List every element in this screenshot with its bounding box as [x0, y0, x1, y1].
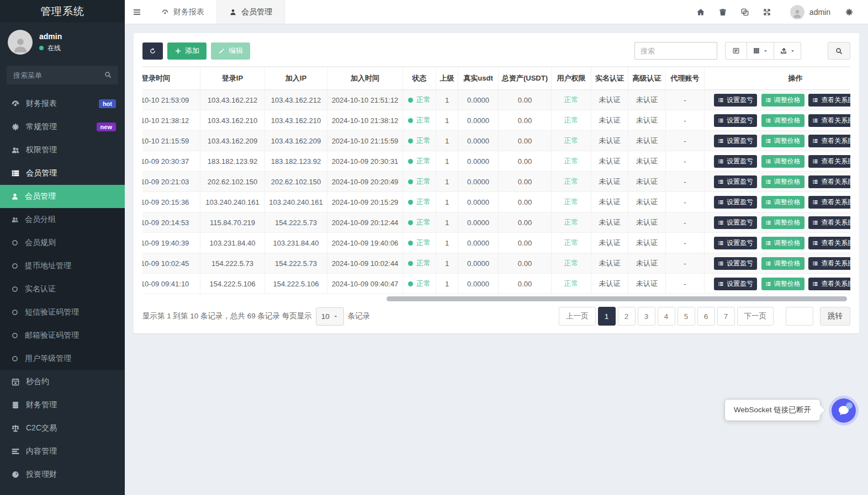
cell-join-time: 2024-10-09 20:30:31 — [327, 151, 403, 172]
table-row[interactable]: 2024-10-09 20:14:53 115.84.70.219 154.22… — [142, 212, 850, 233]
view-relation-button[interactable]: 查看关系图 — [808, 175, 850, 188]
set-pnl-button[interactable]: 设置盈亏 — [714, 155, 757, 168]
sidebar-item-realname-auth[interactable]: 实名认证 — [0, 278, 125, 301]
settings-button[interactable] — [838, 0, 860, 24]
jump-button[interactable]: 跳转 — [820, 307, 850, 326]
view-relation-button[interactable]: 查看关系图 — [808, 237, 850, 249]
refresh-button[interactable] — [142, 42, 163, 60]
table-row[interactable]: 2024-10-10 21:38:12 103.43.162.210 103.4… — [142, 110, 850, 131]
adjust-price-button[interactable]: 调整价格 — [761, 257, 805, 270]
view-relation-button[interactable]: 查看关系图 — [808, 278, 850, 290]
sidebar-item-finance-manage[interactable]: 财务管理 — [0, 393, 125, 417]
add-button[interactable]: 添加 — [167, 42, 207, 60]
sidebar-item-user-level[interactable]: 用户等级管理 — [0, 347, 125, 370]
cell-advanced-auth: 未认证 — [628, 131, 666, 151]
view-relation-button[interactable]: 查看关系图 — [808, 114, 850, 127]
tab-finance-report[interactable]: 财务报表 — [149, 0, 216, 24]
table-row[interactable]: 2024-10-09 20:21:03 202.62.102.150 202.6… — [142, 172, 850, 192]
view-relation-button[interactable]: 查看关系图 — [808, 216, 850, 229]
sidebar-item-permission-manage[interactable]: 权限管理 — [0, 139, 125, 162]
page-button-7[interactable]: 7 — [717, 307, 735, 326]
sidebar-item-member-manage-sub[interactable]: 会员管理 — [0, 185, 125, 208]
page-button-5[interactable]: 5 — [678, 307, 695, 326]
adjust-price-button[interactable]: 调整价格 — [761, 155, 805, 168]
page-button-1[interactable]: 1 — [598, 307, 616, 326]
sidebar-item-member-group[interactable]: 会员分组 — [0, 208, 125, 231]
edit-button[interactable]: 编辑 — [211, 42, 250, 60]
prev-page-button[interactable]: 上一页 — [559, 307, 596, 326]
page-button-4[interactable]: 4 — [658, 307, 675, 326]
home-button[interactable] — [690, 0, 712, 24]
adjust-price-button[interactable]: 调整价格 — [761, 278, 805, 290]
table-row[interactable]: 2024-10-10 21:15:59 103.43.162.209 103.4… — [142, 131, 850, 151]
menu-search-input[interactable] — [7, 66, 118, 84]
export-button[interactable] — [774, 42, 801, 60]
view-relation-button[interactable]: 查看关系图 — [808, 196, 850, 209]
view-relation-button[interactable]: 查看关系图 — [808, 155, 850, 168]
sidebar-item-member-manage[interactable]: 会员管理 — [0, 162, 125, 185]
clear-cache-button[interactable] — [712, 0, 734, 24]
table-row[interactable]: 2024-10-09 19:40:39 103.231.84.40 103.23… — [142, 233, 850, 253]
sidebar-item-general-manage[interactable]: 常规管理 new — [0, 115, 125, 139]
view-relation-button[interactable]: 查看关系图 — [808, 135, 850, 147]
columns-button[interactable] — [747, 42, 774, 60]
view-relation-button[interactable]: 查看关系图 — [808, 94, 850, 107]
set-pnl-button[interactable]: 设置盈亏 — [714, 257, 757, 270]
sidebar-search — [7, 66, 118, 84]
list-icon — [765, 138, 771, 144]
language-button[interactable] — [734, 0, 756, 24]
view-relation-button[interactable]: 查看关系图 — [808, 257, 850, 270]
list-icon — [812, 179, 818, 185]
set-pnl-button[interactable]: 设置盈亏 — [714, 114, 757, 127]
sidebar-item-c2c-trade[interactable]: C2C交易 — [0, 417, 125, 440]
sidebar-item-withdraw-address[interactable]: 提币地址管理 — [0, 254, 125, 278]
adjust-price-button[interactable]: 调整价格 — [761, 114, 805, 127]
set-pnl-button[interactable]: 设置盈亏 — [714, 237, 757, 249]
sidebar-item-email-code[interactable]: 邮箱验证码管理 — [0, 324, 125, 347]
set-pnl-button[interactable]: 设置盈亏 — [714, 278, 757, 290]
table-row[interactable]: 2024-10-09 20:30:37 183.182.123.92 183.1… — [142, 151, 850, 172]
adjust-price-button[interactable]: 调整价格 — [761, 196, 805, 209]
table-row[interactable]: 2024-10-09 20:15:36 103.240.240.161 103.… — [142, 192, 850, 212]
sidebar-item-invest[interactable]: 投资理财 — [0, 463, 125, 486]
next-page-button[interactable]: 下一页 — [737, 307, 774, 326]
fullscreen-button[interactable] — [756, 0, 778, 24]
sidebar-item-finance-report[interactable]: 财务报表 hot — [0, 92, 125, 115]
table-row[interactable]: 2024-10-09 09:41:10 154.222.5.106 154.22… — [142, 274, 850, 294]
jump-page-input[interactable] — [786, 307, 813, 326]
sidebar-item-sms-code[interactable]: 短信验证码管理 — [0, 301, 125, 324]
sidebar-item-label: 财务报表 — [26, 99, 99, 109]
column-header: 加入IP — [265, 67, 327, 90]
adjust-price-button[interactable]: 调整价格 — [761, 216, 805, 229]
set-pnl-button[interactable]: 设置盈亏 — [714, 94, 757, 107]
sidebar-item-content-manage[interactable]: 内容管理 — [0, 440, 125, 463]
cell-join-ip: 103.43.162.210 — [265, 110, 327, 131]
scrollbar-thumb[interactable] — [387, 296, 846, 301]
sidebar-item-member-rule[interactable]: 会员规则 — [0, 231, 125, 254]
set-pnl-button[interactable]: 设置盈亏 — [714, 196, 757, 209]
page-button-3[interactable]: 3 — [638, 307, 655, 326]
cell-login-time: 2024-10-09 10:02:45 — [142, 253, 200, 274]
adjust-price-button[interactable]: 调整价格 — [761, 94, 805, 107]
table-row[interactable]: 2024-10-09 10:02:45 154.222.5.73 154.222… — [142, 253, 850, 274]
set-pnl-button[interactable]: 设置盈亏 — [714, 135, 757, 147]
page-size-select[interactable]: 10 — [316, 307, 344, 326]
table-search-input[interactable] — [634, 42, 717, 60]
cell-total-asset: 0.00 — [499, 233, 552, 253]
cell-user-perm: 正常 — [552, 131, 591, 151]
detail-view-button[interactable] — [725, 42, 747, 60]
search-submit-button[interactable] — [828, 42, 850, 60]
tab-member-manage[interactable]: 会员管理 — [216, 0, 285, 24]
adjust-price-button[interactable]: 调整价格 — [761, 237, 805, 249]
user-menu[interactable]: admin — [778, 5, 838, 19]
sidebar-item-second-contract[interactable]: 秒合约 — [0, 370, 125, 393]
page-button-2[interactable]: 2 — [618, 307, 636, 326]
adjust-price-button[interactable]: 调整价格 — [761, 135, 805, 147]
set-pnl-button[interactable]: 设置盈亏 — [714, 175, 757, 188]
sidebar-toggle-button[interactable] — [125, 0, 149, 24]
set-pnl-button[interactable]: 设置盈亏 — [714, 216, 757, 229]
table-row[interactable]: 2024-10-10 21:53:09 103.43.162.212 103.4… — [142, 90, 850, 110]
chat-fab-button[interactable] — [829, 396, 859, 425]
page-button-6[interactable]: 6 — [697, 307, 715, 326]
adjust-price-button[interactable]: 调整价格 — [761, 175, 805, 188]
